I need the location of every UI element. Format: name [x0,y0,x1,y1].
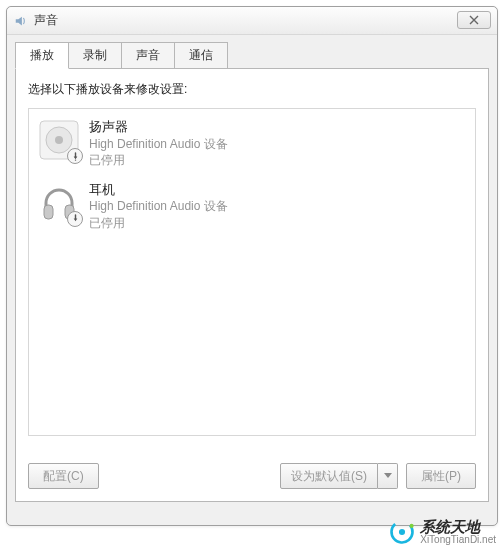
set-default-button[interactable]: 设为默认值(S) [280,463,378,489]
device-text: 耳机 High Definition Audio 设备 已停用 [89,181,228,231]
watermark-logo-icon [388,518,416,546]
instruction-text: 选择以下播放设备来修改设置: [28,81,476,98]
tab-recording[interactable]: 录制 [68,42,122,69]
device-name: 耳机 [89,181,228,199]
sound-dialog: 声音 播放 录制 声音 通信 选择以下播放设备来修改设置: [6,6,498,526]
device-text: 扬声器 High Definition Audio 设备 已停用 [89,118,228,168]
tabs: 播放 录制 声音 通信 [7,35,497,68]
titlebar: 声音 [7,7,497,35]
device-description: High Definition Audio 设备 [89,198,228,214]
sound-icon [13,13,29,29]
device-item-headphones[interactable]: 耳机 High Definition Audio 设备 已停用 [33,176,471,239]
speaker-icon [37,118,81,162]
set-default-split-button: 设为默认值(S) [280,463,398,489]
headphones-icon [37,181,81,225]
watermark-brand: 系统天地 [420,519,496,535]
svg-point-2 [55,136,63,144]
device-status: 已停用 [89,152,228,168]
device-list[interactable]: 扬声器 High Definition Audio 设备 已停用 [28,108,476,436]
tab-sounds[interactable]: 声音 [121,42,175,69]
svg-marker-7 [384,473,392,478]
tab-communications[interactable]: 通信 [174,42,228,69]
device-name: 扬声器 [89,118,228,136]
svg-marker-3 [73,156,77,159]
button-row: 配置(C) 设为默认值(S) 属性(P) [28,463,476,489]
device-item-speakers[interactable]: 扬声器 High Definition Audio 设备 已停用 [33,113,471,176]
configure-button[interactable]: 配置(C) [28,463,99,489]
watermark-url: XiTongTianDi.net [420,535,496,546]
device-status: 已停用 [89,215,228,231]
close-button[interactable] [457,11,491,29]
svg-rect-4 [44,205,53,219]
chevron-down-icon [384,473,392,479]
tab-playback[interactable]: 播放 [15,42,69,69]
properties-button[interactable]: 属性(P) [406,463,476,489]
watermark: 系统天地 XiTongTianDi.net [388,518,496,546]
disabled-badge-icon [67,148,83,164]
device-description: High Definition Audio 设备 [89,136,228,152]
playback-panel: 选择以下播放设备来修改设置: 扬声器 High Definition Audio… [15,68,489,502]
set-default-dropdown[interactable] [378,463,398,489]
disabled-badge-icon [67,211,83,227]
window-title: 声音 [34,12,58,29]
svg-point-10 [410,524,414,528]
svg-point-9 [399,529,405,535]
